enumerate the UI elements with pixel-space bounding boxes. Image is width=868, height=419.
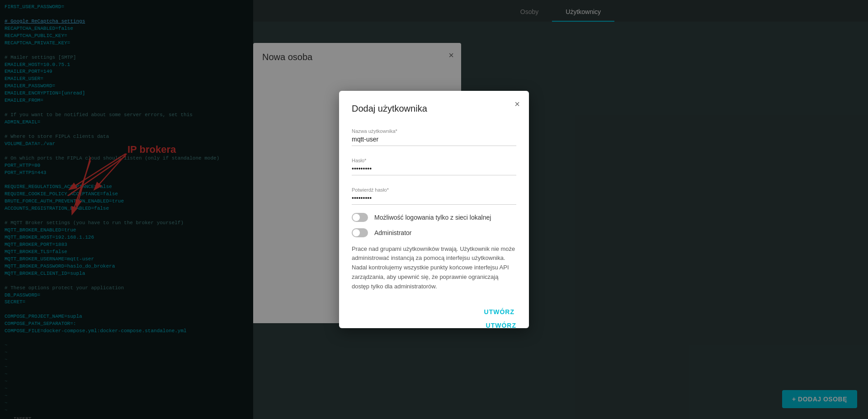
confirm-password-field-container: Potwierdź hasło* (352, 184, 516, 205)
utworz-button-secondary: UTWÓRZ (486, 322, 516, 328)
password-label: Hasło* (352, 158, 366, 163)
local-network-toggle-label: Możliwość logowania tylko z sieci lokaln… (374, 214, 491, 221)
admin-toggle-label: Administrator (374, 229, 411, 236)
modal-title: Dodaj użytkownika (352, 104, 516, 114)
modal-close-button[interactable]: × (514, 99, 520, 109)
admin-toggle[interactable] (352, 228, 368, 237)
password-input[interactable] (352, 154, 516, 175)
modal-backdrop: Dodaj użytkownika × Nazwa użytkownika* H… (0, 0, 868, 419)
username-field-container: Nazwa użytkownika* (352, 125, 516, 146)
utworz-button[interactable]: UTWÓRZ (482, 305, 516, 319)
confirm-password-label: Potwierdź hasło* (352, 187, 389, 193)
local-network-toggle-row: Możliwość logowania tylko z sieci lokaln… (352, 213, 516, 222)
info-text: Prace nad grupami użytkowników trwają. U… (352, 245, 516, 292)
modal-actions: UTWÓRZ (352, 300, 516, 319)
add-user-modal: Dodaj użytkownika × Nazwa użytkownika* H… (339, 91, 529, 329)
admin-toggle-row: Administrator (352, 228, 516, 237)
username-label: Nazwa użytkownika* (352, 128, 397, 134)
password-field-container: Hasło* (352, 154, 516, 175)
local-network-toggle[interactable] (352, 213, 368, 222)
